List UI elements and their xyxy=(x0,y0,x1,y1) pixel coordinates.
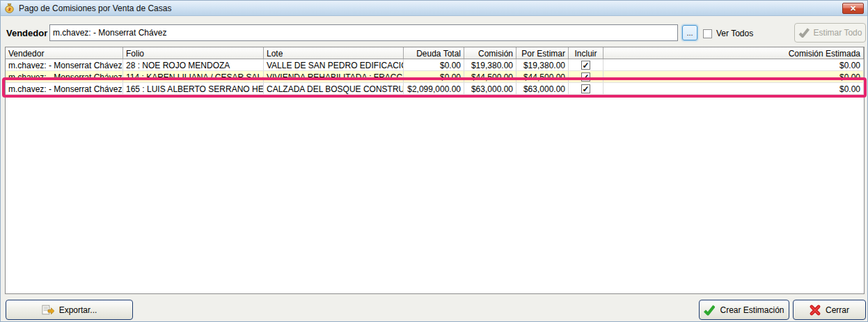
window-title: Pago de Comisiones por Venta de Casas xyxy=(19,3,171,13)
incluir-checkbox[interactable]: ✓ xyxy=(581,61,590,70)
incluir-checkbox[interactable]: ✓ xyxy=(581,72,590,82)
browse-button[interactable]: ... xyxy=(682,25,697,40)
column-header-lote[interactable]: Lote xyxy=(264,47,404,59)
cell-lote: CALZADA DEL BOSQUE CONSTRUCCIÓ xyxy=(264,83,404,94)
export-document-icon xyxy=(42,305,54,315)
estimar-todo-label: Estimar Todo xyxy=(814,28,862,38)
cell-incluir: ✓ xyxy=(569,59,603,70)
crear-estimacion-label: Crear Estimación xyxy=(720,305,784,315)
column-header-por_estimar[interactable]: Por Estimar xyxy=(516,47,569,59)
cerrar-label: Cerrar xyxy=(826,305,849,315)
column-header-comision[interactable]: Comisión xyxy=(464,47,516,59)
close-button[interactable]: ✕ xyxy=(842,3,864,14)
cell-deuda_total: $2,099,000.00 xyxy=(404,83,464,94)
cell-incluir: ✓ xyxy=(569,71,603,82)
cell-vendedor: m.chavez: - Monserrat Chávez xyxy=(6,83,123,94)
column-header-folio[interactable]: Folio xyxy=(123,47,264,59)
cell-comision_estimada: $0.00 xyxy=(603,71,864,82)
cell-deuda_total: $0.00 xyxy=(404,59,464,70)
column-header-incluir[interactable]: Incluir xyxy=(569,47,603,59)
cell-comision: $63,000.00 xyxy=(464,83,516,94)
browse-button-label: ... xyxy=(686,29,693,37)
money-bag-icon xyxy=(4,3,15,13)
table-header-row: VendedorFolioLoteDeuda TotalComisiónPor … xyxy=(6,47,864,59)
ver-todos-checkbox[interactable] xyxy=(703,29,712,38)
cell-incluir: ✓ xyxy=(569,83,603,94)
cell-folio: 28 : NOE ROJO MENDOZA xyxy=(123,59,264,70)
exportar-button[interactable]: Exportar... xyxy=(6,300,133,320)
cerrar-button[interactable]: Cerrar xyxy=(793,300,866,320)
cell-comision: $44,500.00 xyxy=(464,71,516,82)
cell-deuda_total: $0.00 xyxy=(404,71,464,82)
title-bar: Pago de Comisiones por Venta de Casas ✕ xyxy=(1,1,867,16)
cell-folio: 114 : KAREN LILIANA / CESAR SALAS M xyxy=(123,71,264,82)
cell-comision_estimada: $0.00 xyxy=(603,83,864,94)
cell-comision: $19,380.00 xyxy=(464,59,516,70)
column-header-vendedor[interactable]: Vendedor xyxy=(6,47,123,59)
ver-todos-label: Ver Todos xyxy=(716,29,753,38)
checkmark-icon xyxy=(798,27,810,38)
cell-folio: 165 : LUIS ALBERTO SERRANO HERRER xyxy=(123,83,264,94)
incluir-checkbox[interactable]: ✓ xyxy=(581,84,590,93)
red-x-icon xyxy=(810,305,821,316)
cell-por_estimar: $19,380.00 xyxy=(516,59,569,70)
cell-comision_estimada: $0.00 xyxy=(603,59,864,70)
cell-vendedor: m.chavez: - Monserrat Chávez xyxy=(6,71,123,82)
table-row[interactable]: m.chavez: - Monserrat Chávez114 : KAREN … xyxy=(6,71,864,83)
exportar-label: Exportar... xyxy=(59,305,97,315)
dialog-window: Pago de Comisiones por Venta de Casas ✕ … xyxy=(0,0,868,322)
column-header-deuda_total[interactable]: Deuda Total xyxy=(404,47,464,59)
cell-por_estimar: $63,000.00 xyxy=(516,83,569,94)
vendedor-label: Vendedor : xyxy=(6,28,53,38)
cell-lote: VIVIENDA REHABILITADA : FRACC. RESI xyxy=(264,71,404,82)
crear-estimacion-button[interactable]: Crear Estimación xyxy=(699,300,789,320)
cell-lote: VALLE DE SAN PEDRO EDIFICACIÓN DE xyxy=(264,59,404,70)
table-row[interactable]: m.chavez: - Monserrat Chávez28 : NOE ROJ… xyxy=(6,59,864,71)
vendedor-input[interactable] xyxy=(49,24,678,41)
green-check-icon xyxy=(704,305,715,316)
cell-vendedor: m.chavez: - Monserrat Chávez xyxy=(6,59,123,70)
cell-por_estimar: $44,500.00 xyxy=(516,71,569,82)
estimar-todo-button[interactable]: Estimar Todo xyxy=(794,23,866,43)
column-header-comision_estimada[interactable]: Comisión Estimada xyxy=(603,47,864,59)
commissions-table: VendedorFolioLoteDeuda TotalComisiónPor … xyxy=(5,47,865,294)
table-row[interactable]: m.chavez: - Monserrat Chávez165 : LUIS A… xyxy=(6,83,864,95)
close-icon: ✕ xyxy=(850,5,856,13)
